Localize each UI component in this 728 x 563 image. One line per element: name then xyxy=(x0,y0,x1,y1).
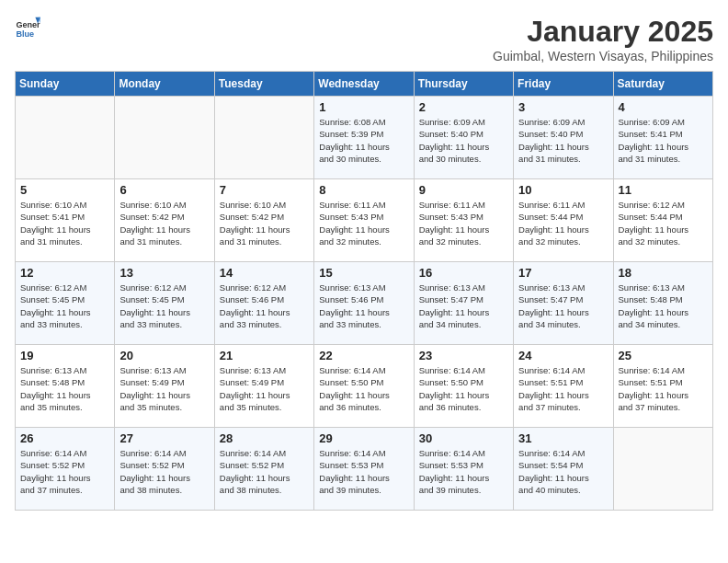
day-info: Sunrise: 6:14 AM Sunset: 5:51 PM Dayligh… xyxy=(518,364,608,413)
day-info: Sunrise: 6:14 AM Sunset: 5:50 PM Dayligh… xyxy=(419,364,508,413)
page-header: General Blue January 2025 Guimbal, Weste… xyxy=(15,15,713,63)
day-info: Sunrise: 6:12 AM Sunset: 5:45 PM Dayligh… xyxy=(119,282,209,330)
day-cell: 26Sunrise: 6:14 AM Sunset: 5:52 PM Dayli… xyxy=(16,428,115,511)
day-number: 16 xyxy=(419,266,508,280)
day-cell: 11Sunrise: 6:12 AM Sunset: 5:44 PM Dayli… xyxy=(613,179,712,262)
day-number: 23 xyxy=(419,349,508,362)
day-cell: 6Sunrise: 6:10 AM Sunset: 5:42 PM Daylig… xyxy=(115,179,214,262)
col-header-thursday: Thursday xyxy=(414,72,513,97)
day-cell: 31Sunrise: 6:14 AM Sunset: 5:54 PM Dayli… xyxy=(514,428,613,511)
day-number: 26 xyxy=(20,431,109,445)
day-info: Sunrise: 6:14 AM Sunset: 5:53 PM Dayligh… xyxy=(419,447,508,496)
day-number: 20 xyxy=(119,349,209,362)
day-cell: 5Sunrise: 6:10 AM Sunset: 5:41 PM Daylig… xyxy=(16,179,115,262)
calendar-table: SundayMondayTuesdayWednesdayThursdayFrid… xyxy=(15,71,713,511)
day-number: 3 xyxy=(518,100,608,114)
day-number: 19 xyxy=(20,349,109,362)
day-cell: 18Sunrise: 6:13 AM Sunset: 5:48 PM Dayli… xyxy=(613,262,712,345)
day-number: 13 xyxy=(119,266,209,280)
col-header-monday: Monday xyxy=(115,72,214,97)
day-cell: 15Sunrise: 6:13 AM Sunset: 5:46 PM Dayli… xyxy=(314,262,414,345)
day-info: Sunrise: 6:10 AM Sunset: 5:42 PM Dayligh… xyxy=(119,199,209,247)
day-cell: 24Sunrise: 6:14 AM Sunset: 5:51 PM Dayli… xyxy=(514,345,613,428)
day-cell: 19Sunrise: 6:13 AM Sunset: 5:48 PM Dayli… xyxy=(16,345,115,428)
day-info: Sunrise: 6:09 AM Sunset: 5:40 PM Dayligh… xyxy=(518,116,608,165)
day-cell xyxy=(613,428,712,511)
day-info: Sunrise: 6:10 AM Sunset: 5:41 PM Dayligh… xyxy=(20,199,109,247)
day-cell xyxy=(214,97,313,179)
day-info: Sunrise: 6:12 AM Sunset: 5:45 PM Dayligh… xyxy=(20,282,109,330)
col-header-wednesday: Wednesday xyxy=(314,72,414,97)
day-cell: 16Sunrise: 6:13 AM Sunset: 5:47 PM Dayli… xyxy=(414,262,513,345)
day-number: 31 xyxy=(518,431,608,445)
day-number: 6 xyxy=(119,183,209,197)
day-number: 10 xyxy=(518,183,608,197)
day-cell: 23Sunrise: 6:14 AM Sunset: 5:50 PM Dayli… xyxy=(414,345,513,428)
day-cell: 13Sunrise: 6:12 AM Sunset: 5:45 PM Dayli… xyxy=(115,262,214,345)
day-cell: 3Sunrise: 6:09 AM Sunset: 5:40 PM Daylig… xyxy=(514,97,613,179)
day-cell: 28Sunrise: 6:14 AM Sunset: 5:52 PM Dayli… xyxy=(214,428,313,511)
day-cell: 14Sunrise: 6:12 AM Sunset: 5:46 PM Dayli… xyxy=(214,262,313,345)
day-cell: 7Sunrise: 6:10 AM Sunset: 5:42 PM Daylig… xyxy=(214,179,313,262)
week-row-5: 26Sunrise: 6:14 AM Sunset: 5:52 PM Dayli… xyxy=(16,428,713,511)
day-info: Sunrise: 6:09 AM Sunset: 5:41 PM Dayligh… xyxy=(619,116,708,165)
day-info: Sunrise: 6:13 AM Sunset: 5:49 PM Dayligh… xyxy=(119,364,209,413)
day-number: 24 xyxy=(518,349,608,362)
day-number: 12 xyxy=(20,266,109,280)
day-number: 29 xyxy=(319,431,408,445)
col-header-friday: Friday xyxy=(514,72,613,97)
day-cell: 25Sunrise: 6:14 AM Sunset: 5:51 PM Dayli… xyxy=(613,345,712,428)
col-header-sunday: Sunday xyxy=(16,72,115,97)
day-info: Sunrise: 6:13 AM Sunset: 5:48 PM Dayligh… xyxy=(20,364,109,413)
day-cell: 21Sunrise: 6:13 AM Sunset: 5:49 PM Dayli… xyxy=(214,345,313,428)
day-number: 11 xyxy=(619,183,708,197)
day-cell: 30Sunrise: 6:14 AM Sunset: 5:53 PM Dayli… xyxy=(414,428,513,511)
day-info: Sunrise: 6:12 AM Sunset: 5:44 PM Dayligh… xyxy=(619,199,708,247)
logo: General Blue xyxy=(15,15,40,40)
day-info: Sunrise: 6:13 AM Sunset: 5:48 PM Dayligh… xyxy=(619,282,708,330)
title-block: January 2025 Guimbal, Western Visayas, P… xyxy=(493,15,713,63)
day-info: Sunrise: 6:14 AM Sunset: 5:54 PM Dayligh… xyxy=(518,447,608,496)
day-cell: 29Sunrise: 6:14 AM Sunset: 5:53 PM Dayli… xyxy=(314,428,414,511)
svg-text:General: General xyxy=(16,20,40,29)
day-cell xyxy=(115,97,214,179)
day-number: 1 xyxy=(319,100,408,114)
week-row-4: 19Sunrise: 6:13 AM Sunset: 5:48 PM Dayli… xyxy=(16,345,713,428)
day-cell xyxy=(16,97,115,179)
day-info: Sunrise: 6:14 AM Sunset: 5:52 PM Dayligh… xyxy=(20,447,109,496)
day-number: 2 xyxy=(419,100,508,114)
day-info: Sunrise: 6:14 AM Sunset: 5:51 PM Dayligh… xyxy=(619,364,708,413)
day-info: Sunrise: 6:11 AM Sunset: 5:44 PM Dayligh… xyxy=(518,199,608,247)
day-number: 25 xyxy=(619,349,708,362)
day-info: Sunrise: 6:11 AM Sunset: 5:43 PM Dayligh… xyxy=(419,199,508,247)
generalblue-logo-icon: General Blue xyxy=(15,15,40,40)
day-info: Sunrise: 6:13 AM Sunset: 5:47 PM Dayligh… xyxy=(518,282,608,330)
col-header-saturday: Saturday xyxy=(613,72,712,97)
day-cell: 20Sunrise: 6:13 AM Sunset: 5:49 PM Dayli… xyxy=(115,345,214,428)
day-number: 7 xyxy=(220,183,309,197)
day-cell: 17Sunrise: 6:13 AM Sunset: 5:47 PM Dayli… xyxy=(514,262,613,345)
day-number: 4 xyxy=(619,100,708,114)
day-cell: 4Sunrise: 6:09 AM Sunset: 5:41 PM Daylig… xyxy=(613,97,712,179)
calendar-title: January 2025 xyxy=(493,15,713,49)
day-number: 22 xyxy=(319,349,408,362)
day-info: Sunrise: 6:11 AM Sunset: 5:43 PM Dayligh… xyxy=(319,199,408,247)
day-cell: 2Sunrise: 6:09 AM Sunset: 5:40 PM Daylig… xyxy=(414,97,513,179)
day-cell: 27Sunrise: 6:14 AM Sunset: 5:52 PM Dayli… xyxy=(115,428,214,511)
day-info: Sunrise: 6:13 AM Sunset: 5:47 PM Dayligh… xyxy=(419,282,508,330)
day-number: 21 xyxy=(220,349,309,362)
day-info: Sunrise: 6:08 AM Sunset: 5:39 PM Dayligh… xyxy=(319,116,408,165)
day-cell: 12Sunrise: 6:12 AM Sunset: 5:45 PM Dayli… xyxy=(16,262,115,345)
day-number: 14 xyxy=(220,266,309,280)
day-number: 27 xyxy=(119,431,209,445)
day-cell: 1Sunrise: 6:08 AM Sunset: 5:39 PM Daylig… xyxy=(314,97,414,179)
week-row-1: 1Sunrise: 6:08 AM Sunset: 5:39 PM Daylig… xyxy=(16,97,713,179)
week-row-3: 12Sunrise: 6:12 AM Sunset: 5:45 PM Dayli… xyxy=(16,262,713,345)
day-info: Sunrise: 6:13 AM Sunset: 5:49 PM Dayligh… xyxy=(220,364,309,413)
day-number: 8 xyxy=(319,183,408,197)
day-cell: 9Sunrise: 6:11 AM Sunset: 5:43 PM Daylig… xyxy=(414,179,513,262)
svg-text:Blue: Blue xyxy=(16,29,34,39)
day-number: 9 xyxy=(419,183,508,197)
day-cell: 10Sunrise: 6:11 AM Sunset: 5:44 PM Dayli… xyxy=(514,179,613,262)
col-header-tuesday: Tuesday xyxy=(214,72,313,97)
